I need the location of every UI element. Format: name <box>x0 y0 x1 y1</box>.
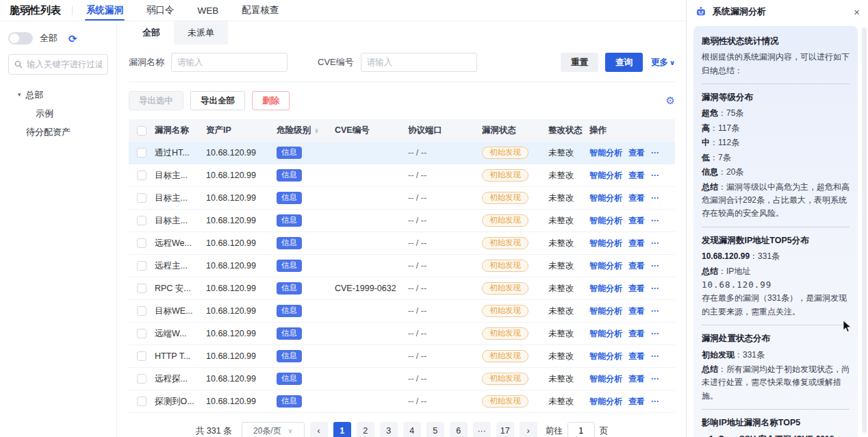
more-operations-icon[interactable]: ··· <box>651 329 659 338</box>
row-checkbox[interactable] <box>137 171 146 180</box>
goto-page-input[interactable] <box>567 422 595 437</box>
list-tab[interactable]: 全部 <box>129 21 174 45</box>
page-button[interactable]: ··· <box>473 422 491 437</box>
vuln-name-input[interactable] <box>171 53 288 72</box>
top-tab[interactable]: 配置核查 <box>242 0 279 21</box>
ai-analyze-link[interactable]: 智能分析 <box>589 373 622 385</box>
table-row[interactable]: 远程主... 10.68.120.99 信息 -- / -- 初始发现 未整改 … <box>129 255 675 277</box>
ai-analyze-link[interactable]: 智能分析 <box>589 170 622 182</box>
all-toggle[interactable] <box>8 32 33 45</box>
caret-down-icon[interactable]: ▾ <box>18 92 21 98</box>
cell-vuln-name[interactable]: 远程探... <box>155 373 206 385</box>
table-row[interactable]: 目标主... 10.68.120.99 信息 -- / -- 初始发现 未整改 … <box>129 164 675 187</box>
ai-analyze-link[interactable]: 智能分析 <box>589 283 622 295</box>
panel-scrollbar[interactable] <box>862 27 867 433</box>
close-icon[interactable]: × <box>854 7 860 17</box>
row-checkbox[interactable] <box>137 306 146 316</box>
view-link[interactable]: 查看 <box>628 192 645 204</box>
view-link[interactable]: 查看 <box>628 260 645 272</box>
view-link[interactable]: 查看 <box>628 305 645 317</box>
query-button[interactable]: 查询 <box>605 53 643 72</box>
row-checkbox[interactable] <box>137 261 146 271</box>
row-checkbox[interactable] <box>137 329 146 338</box>
cell-vuln-name[interactable]: 目标主... <box>155 192 206 204</box>
table-row[interactable]: 目标WE... 10.68.120.99 信息 -- / -- 初始发现 未整改… <box>129 300 675 323</box>
sort-icon[interactable]: ▲ ▼ <box>314 128 319 134</box>
view-link[interactable]: 查看 <box>628 351 645 362</box>
row-checkbox[interactable] <box>137 238 146 248</box>
column-settings-gear-icon[interactable]: ⚙ <box>666 95 675 107</box>
cell-vuln-name[interactable]: 目标主... <box>155 170 206 182</box>
refresh-icon[interactable]: ⟳ <box>68 34 77 44</box>
page-button[interactable]: 2 <box>357 422 374 437</box>
ai-analyze-link[interactable]: 智能分析 <box>589 328 622 340</box>
cell-vuln-name[interactable]: 探测到O... <box>155 396 206 408</box>
page-button[interactable]: 5 <box>426 422 444 437</box>
cell-vuln-name[interactable]: 目标主... <box>155 215 206 227</box>
row-checkbox[interactable] <box>137 374 146 384</box>
more-operations-icon[interactable]: ··· <box>651 397 659 406</box>
filter-keyword-input[interactable] <box>27 60 102 69</box>
more-operations-icon[interactable]: ··· <box>651 261 659 271</box>
more-operations-icon[interactable]: ··· <box>651 171 659 180</box>
more-operations-icon[interactable]: ··· <box>651 306 659 316</box>
tree-node-unassigned[interactable]: 待分配资产 <box>8 123 108 141</box>
cve-input[interactable] <box>361 53 477 72</box>
table-row[interactable]: HTTP T... 10.68.120.99 信息 -- / -- 初始发现 未… <box>129 345 675 368</box>
table-row[interactable]: 目标主... 10.68.120.99 信息 -- / -- 初始发现 未整改 … <box>129 210 675 232</box>
table-row[interactable]: 探测到O... 10.68.120.99 信息 -- / -- 初始发现 未整改… <box>129 390 675 413</box>
view-link[interactable]: 查看 <box>628 170 645 182</box>
export-selected-button[interactable]: 导出选中 <box>129 91 183 110</box>
view-link[interactable]: 查看 <box>628 147 645 159</box>
view-link[interactable]: 查看 <box>628 396 645 408</box>
table-row[interactable]: 远端W... 10.68.120.99 信息 -- / -- 初始发现 未整改 … <box>129 323 675 345</box>
row-checkbox[interactable] <box>137 284 146 293</box>
more-operations-icon[interactable]: ··· <box>651 238 659 248</box>
tree-node-headquarters[interactable]: ▾ 总部 <box>8 86 108 104</box>
ai-analyze-link[interactable]: 智能分析 <box>589 192 622 204</box>
table-row[interactable]: 通过HT... 10.68.120.99 信息 -- / -- 初始发现 未整改… <box>129 142 675 164</box>
panel-body[interactable]: 脆弱性状态统计情况 根据提供的系统漏洞内容，可以进行如下归纳总结： 漏洞等级分布… <box>687 25 868 437</box>
cell-vuln-name[interactable]: 目标WE... <box>155 305 206 317</box>
view-link[interactable]: 查看 <box>628 283 645 295</box>
page-size-select[interactable]: 20条/页 ∨ <box>242 422 305 437</box>
view-link[interactable]: 查看 <box>628 238 645 249</box>
delete-button[interactable]: 删除 <box>252 91 290 110</box>
more-operations-icon[interactable]: ··· <box>651 148 659 158</box>
cell-vuln-name[interactable]: 远程We... <box>155 238 206 249</box>
ai-analyze-link[interactable]: 智能分析 <box>589 238 622 249</box>
page-button[interactable]: 1 <box>333 422 351 437</box>
top-tab[interactable]: WEB <box>198 0 219 21</box>
view-link[interactable]: 查看 <box>628 215 645 227</box>
ai-analyze-link[interactable]: 智能分析 <box>589 260 622 272</box>
more-operations-icon[interactable]: ··· <box>651 351 659 361</box>
top-tab[interactable]: 弱口令 <box>146 0 175 21</box>
ai-analyze-link[interactable]: 智能分析 <box>589 215 622 227</box>
select-all-checkbox[interactable] <box>137 126 146 136</box>
more-operations-icon[interactable]: ··· <box>651 216 659 225</box>
ai-analyze-link[interactable]: 智能分析 <box>589 396 622 408</box>
more-operations-icon[interactable]: ··· <box>651 284 659 293</box>
sort-down-icon[interactable]: ▼ <box>314 131 319 134</box>
table-row[interactable]: 远程We... 10.68.120.99 信息 -- / -- 初始发现 未整改… <box>129 232 675 255</box>
cell-vuln-name[interactable]: HTTP T... <box>155 351 206 361</box>
ai-analyze-link[interactable]: 智能分析 <box>589 351 622 362</box>
table-row[interactable]: RPC 安... 10.68.120.99 信息 CVE-1999-0632 -… <box>129 277 675 300</box>
view-link[interactable]: 查看 <box>628 328 645 340</box>
table-row[interactable]: 远程探... 10.68.120.99 信息 -- / -- 初始发现 未整改 … <box>129 368 675 390</box>
row-checkbox[interactable] <box>137 397 146 406</box>
view-link[interactable]: 查看 <box>628 373 645 385</box>
cell-vuln-name[interactable]: 通过HT... <box>155 147 206 159</box>
more-operations-icon[interactable]: ··· <box>651 374 659 384</box>
more-filters-link[interactable]: 更多 ∨ <box>651 57 675 68</box>
cell-vuln-name[interactable]: 远端W... <box>155 328 206 340</box>
ai-analyze-link[interactable]: 智能分析 <box>589 305 622 317</box>
next-page-button[interactable]: › <box>520 422 537 437</box>
ai-analyze-link[interactable]: 智能分析 <box>589 147 622 159</box>
row-checkbox[interactable] <box>137 148 146 158</box>
row-checkbox[interactable] <box>137 193 146 203</box>
list-tab[interactable]: 未派单 <box>174 21 228 45</box>
row-checkbox[interactable] <box>137 216 146 225</box>
cell-vuln-name[interactable]: 远程主... <box>155 260 206 272</box>
page-button[interactable]: 4 <box>403 422 421 437</box>
